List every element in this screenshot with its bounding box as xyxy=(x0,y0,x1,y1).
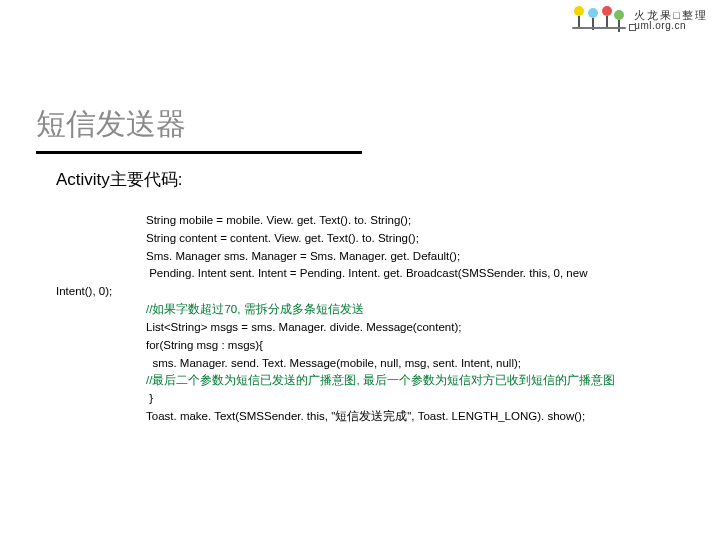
code-line: List<String> msgs = sms. Manager. divide… xyxy=(56,319,690,337)
brand-header: 火龙果□整理 uml.org.cn xyxy=(572,6,708,34)
brand-text: 火龙果□整理 uml.org.cn xyxy=(634,10,708,31)
code-line: Toast. make. Text(SMSSender. this, "短信发送… xyxy=(56,408,690,426)
slide-page: 火龙果□整理 uml.org.cn 短信发送器 Activity主要代码: St… xyxy=(0,0,720,540)
code-line: Sms. Manager sms. Manager = Sms. Manager… xyxy=(56,248,690,266)
brand-logo-icon xyxy=(572,6,626,34)
code-comment: //最后二个参数为短信已发送的广播意图, 最后一个参数为短信对方已收到短信的广播… xyxy=(56,372,690,390)
code-line: Intent(), 0); xyxy=(56,283,690,301)
brand-name: 火龙果□整理 xyxy=(634,10,708,21)
decorative-square-icon xyxy=(629,24,636,31)
code-line: Pending. Intent sent. Intent = Pending. … xyxy=(56,265,690,283)
title-underline xyxy=(36,151,362,154)
page-title: 短信发送器 xyxy=(36,104,362,149)
code-line: sms. Manager. send. Text. Message(mobile… xyxy=(56,355,690,373)
code-block: String mobile = mobile. View. get. Text(… xyxy=(56,212,690,426)
code-comment: //如果字数超过70, 需拆分成多条短信发送 xyxy=(56,301,690,319)
code-line: for(String msg : msgs){ xyxy=(56,337,690,355)
code-line: } xyxy=(56,390,690,408)
code-line: String content = content. View. get. Tex… xyxy=(56,230,690,248)
brand-url: uml.org.cn xyxy=(634,21,708,31)
title-block: 短信发送器 xyxy=(36,104,362,154)
code-line: String mobile = mobile. View. get. Text(… xyxy=(56,212,690,230)
subtitle: Activity主要代码: xyxy=(56,168,183,191)
